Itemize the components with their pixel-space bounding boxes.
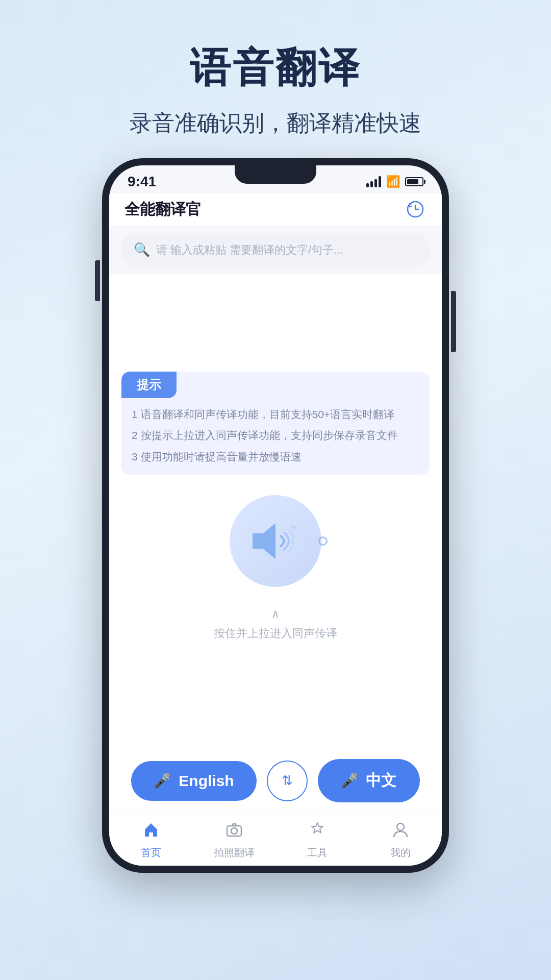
- mic-icon-left: 🎤: [154, 772, 171, 789]
- app-bar: 全能翻译官: [109, 193, 442, 226]
- phone-notch: [235, 165, 316, 184]
- search-icon: 🔍: [134, 242, 150, 258]
- phone-frame: 9:41 📶 全能翻译官: [102, 158, 449, 873]
- page-header: 语音翻译 录音准确识别，翻译精准快速: [0, 0, 551, 138]
- svg-point-2: [291, 525, 296, 530]
- battery-icon: [405, 177, 423, 186]
- chinese-label: 中文: [366, 770, 396, 791]
- swipe-arrow-icon: ∧: [271, 607, 280, 621]
- tips-header: 提示: [121, 372, 177, 398]
- home-icon: [142, 821, 160, 843]
- swipe-hint: ∧ 按住并上拉进入同声传译: [214, 607, 337, 641]
- nav-item-tools[interactable]: 工具: [276, 815, 359, 866]
- nav-label-mine: 我的: [390, 846, 411, 860]
- speaker-circle: [230, 495, 321, 587]
- nav-label-photo: 拍照翻译: [214, 846, 255, 860]
- nav-item-photo[interactable]: 拍照翻译: [192, 815, 276, 866]
- svg-marker-1: [253, 523, 276, 559]
- swap-icon: ⇅: [282, 773, 293, 789]
- bottom-buttons: 🎤 English ⇅ 🎤 中文: [109, 749, 442, 815]
- tools-icon: [309, 821, 326, 843]
- tips-item-1: 1 语音翻译和同声传译功能，目前支持50+语言实时翻译: [132, 406, 419, 423]
- bottom-nav: 首页 拍照翻译: [109, 815, 442, 866]
- nav-label-tools: 工具: [307, 846, 328, 860]
- wifi-icon: 📶: [386, 175, 400, 188]
- nav-item-mine[interactable]: 我的: [359, 815, 442, 866]
- svg-point-7: [397, 823, 404, 830]
- search-bar[interactable]: 🔍 请 输入或粘贴 需要翻译的文字/句子...: [121, 233, 430, 267]
- signal-icon: [366, 176, 381, 187]
- mic-icon-right: 🎤: [341, 772, 359, 789]
- user-icon: [392, 821, 409, 843]
- nav-item-home[interactable]: 首页: [109, 815, 192, 866]
- main-content: 提示 1 语音翻译和同声传译功能，目前支持50+语言实时翻译 2 按提示上拉进入…: [109, 274, 442, 749]
- english-lang-button[interactable]: 🎤 English: [131, 761, 256, 801]
- tips-card: 提示 1 语音翻译和同声传译功能，目前支持50+语言实时翻译 2 按提示上拉进入…: [121, 372, 430, 475]
- nav-label-home: 首页: [141, 846, 161, 860]
- swipe-hint-text: 按住并上拉进入同声传译: [214, 626, 337, 641]
- chinese-lang-button[interactable]: 🎤 中文: [318, 759, 420, 802]
- page-subtitle: 录音准确识别，翻译精准快速: [0, 108, 551, 138]
- app-title: 全能翻译官: [124, 199, 201, 220]
- tips-item-2: 2 按提示上拉进入同声传译功能，支持同步保存录音文件: [132, 427, 419, 444]
- phone-screen: 9:41 📶 全能翻译官: [109, 165, 442, 866]
- english-label: English: [179, 772, 234, 790]
- camera-icon: [226, 821, 243, 843]
- status-time: 9:41: [128, 174, 156, 190]
- tips-item-3: 3 使用功能时请提高音量并放慢语速: [132, 449, 419, 465]
- tips-list: 1 语音翻译和同声传译功能，目前支持50+语言实时翻译 2 按提示上拉进入同声传…: [121, 406, 430, 465]
- svg-point-4: [295, 521, 298, 524]
- search-placeholder: 请 输入或粘贴 需要翻译的文字/句子...: [156, 242, 343, 258]
- svg-point-3: [297, 532, 300, 535]
- phone-wrapper: 9:41 📶 全能翻译官: [102, 158, 449, 873]
- speaker-container: [230, 495, 321, 587]
- history-button[interactable]: [404, 198, 427, 220]
- status-icons: 📶: [366, 175, 423, 188]
- page-title: 语音翻译: [0, 41, 551, 96]
- svg-point-6: [231, 828, 237, 834]
- swap-button[interactable]: ⇅: [267, 761, 308, 801]
